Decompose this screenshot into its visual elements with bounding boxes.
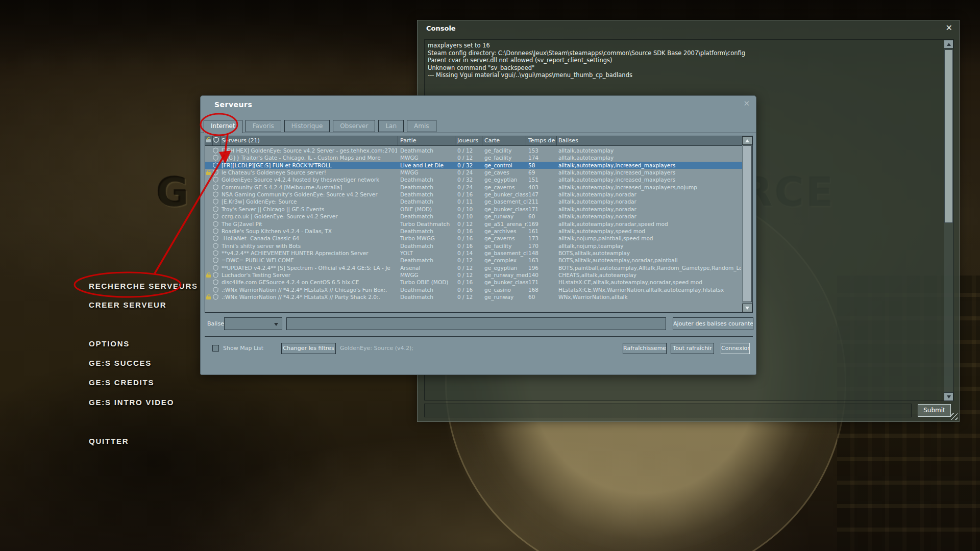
server-row[interactable]: -HollaNet- Canada Classic 64Turbo MWGG0 … bbox=[205, 235, 742, 242]
close-icon[interactable]: ✕ bbox=[743, 99, 750, 108]
server-row[interactable]: Luchador's Testing ServerMWGG0 / 12ge_ru… bbox=[205, 271, 742, 279]
column-header-time[interactable]: Temps de . bbox=[528, 136, 556, 145]
server-players: 0 / 14 bbox=[457, 249, 483, 257]
submit-button[interactable]: Submit bbox=[918, 404, 951, 417]
row-shield-cell bbox=[213, 257, 220, 264]
tab-internet[interactable]: Internet bbox=[204, 120, 242, 133]
server-row[interactable]: [FR][LCDLP][GE:S] FUN et ROCK'N'TROLLLiv… bbox=[205, 162, 742, 169]
server-browser-window: Serveurs ✕ InternetFavorisHistoriqueObse… bbox=[200, 95, 756, 375]
server-row[interactable]: { [G}} Traitor's Gate - Chicago, IL - Cu… bbox=[205, 154, 742, 161]
server-name: disc4life.com GESource 4.2.4 on CentOS 6… bbox=[222, 279, 397, 286]
server-tags: HLstatsX:CE,alltalk,autoteamplay,noradar… bbox=[558, 279, 741, 286]
shield-icon bbox=[213, 257, 218, 263]
menu-item-recherche-serveurs[interactable]: RECHERCHE SERVEURS bbox=[89, 282, 198, 290]
console-line: maxplayers set to 16 bbox=[428, 42, 941, 49]
server-time: 148 bbox=[528, 249, 556, 257]
menu-item-creer-serveur[interactable]: CREER SERVEUR bbox=[89, 300, 166, 309]
console-line: Unknown command "sv_backspeed" bbox=[428, 64, 941, 72]
server-row[interactable]: Community GE:S 4.2.4 [Melbourne:Australi… bbox=[205, 184, 742, 191]
server-tags: alltalk,autoteamplay,noradar bbox=[558, 191, 741, 198]
row-lock-cell bbox=[206, 191, 212, 198]
menu-item-options[interactable]: OPTIONS bbox=[89, 339, 130, 348]
row-lock-cell bbox=[206, 220, 212, 228]
refresh-button[interactable]: Rafraîchissemen.. bbox=[623, 343, 667, 354]
menu-item-quitter[interactable]: QUITTER bbox=[89, 437, 129, 445]
console-scrollbar[interactable] bbox=[944, 40, 953, 400]
show-map-list-checkbox[interactable] bbox=[212, 345, 219, 352]
column-separator bbox=[398, 136, 398, 145]
column-header-servers[interactable]: Serveurs (21) bbox=[222, 136, 397, 145]
server-row[interactable]: Tinni's shitty server with BotsDeathmatc… bbox=[205, 242, 742, 249]
tags-input[interactable] bbox=[286, 317, 666, 330]
server-row[interactable]: =DWC= PUBLIC WELCOMEDeathmatch0 / 12ge_c… bbox=[205, 257, 742, 264]
column-header-players[interactable]: Joueurs bbox=[457, 136, 483, 145]
server-time: 60 bbox=[528, 293, 556, 300]
server-name: { [G}} Traitor's Gate - Chicago, IL - Cu… bbox=[222, 154, 397, 161]
menu-item-ge-s-intro-video[interactable]: GE:S INTRO VIDEO bbox=[89, 398, 174, 407]
tab-favoris[interactable]: Favoris bbox=[246, 120, 281, 132]
server-row[interactable]: The G|2avel PitTurbo Deathmatch0 / 12ge_… bbox=[205, 220, 742, 228]
row-shield-cell bbox=[213, 176, 220, 183]
tab-amis[interactable]: Amis bbox=[407, 120, 436, 132]
console-command-input[interactable] bbox=[424, 404, 912, 417]
column-header-tags[interactable]: Balises bbox=[558, 136, 741, 145]
server-row[interactable]: [E.Kr3w] GoldenEye: SourceDeathmatch0 / … bbox=[205, 198, 742, 205]
server-time: 69 bbox=[528, 169, 556, 176]
server-row[interactable]: Troy's Server || Chicago || GE:S EventsO… bbox=[205, 206, 742, 213]
server-row[interactable]: .:WNx WarriorNation // *4.2.4* HLstatsX … bbox=[205, 286, 742, 293]
server-tags: BOTS,paintball,autoteamplay,Alltalk,Rand… bbox=[558, 264, 741, 271]
refresh-all-button[interactable]: Tout rafraîchir bbox=[671, 343, 714, 354]
server-players: 0 / 24 bbox=[457, 184, 483, 191]
server-row[interactable]: ccrg.co.uk | GoldenEye: Source v4.2 Serv… bbox=[205, 213, 742, 220]
scrollbar-thumb[interactable] bbox=[743, 145, 752, 302]
connect-button[interactable]: Connexion bbox=[721, 343, 750, 354]
add-common-tags-button[interactable]: Ajouter des balises courantes. bbox=[673, 317, 753, 330]
server-row[interactable]: le Chateau's Goldeneye Source server!MWG… bbox=[205, 169, 742, 176]
server-row[interactable]: [TEH HEX] GoldenEye: Source v4.2 Server … bbox=[205, 147, 742, 154]
tab-historique[interactable]: Historique bbox=[284, 120, 330, 132]
server-name: .:WNx WarriorNation // *4.2.4* HLstatsX … bbox=[222, 286, 397, 293]
server-time: 171 bbox=[528, 206, 556, 213]
row-lock-cell bbox=[206, 293, 212, 300]
resize-grip[interactable] bbox=[950, 413, 958, 420]
server-name: .:WNx WarriorNation // *4.2.4* HLstatsX … bbox=[222, 293, 397, 300]
shield-icon bbox=[213, 221, 218, 227]
scroll-up-button[interactable] bbox=[742, 136, 752, 145]
list-scrollbar[interactable] bbox=[742, 136, 752, 312]
scrollbar-thumb[interactable] bbox=[944, 49, 953, 223]
shield-icon bbox=[213, 287, 218, 293]
server-row[interactable]: **UPDATED v4.2.4** [S] Spectrum - Offici… bbox=[205, 264, 742, 271]
console-line: Steam config directory: C:\Donnees\Jeux\… bbox=[428, 49, 941, 57]
row-shield-cell bbox=[213, 184, 220, 191]
shield-icon bbox=[213, 162, 218, 168]
tags-dropdown[interactable] bbox=[224, 317, 282, 330]
shield-icon bbox=[213, 272, 218, 278]
lock-column-icon[interactable] bbox=[206, 136, 212, 145]
menu-item-ge-s-credits[interactable]: GE:S CREDITS bbox=[89, 378, 154, 387]
server-time: 171 bbox=[528, 279, 556, 286]
server-time: 168 bbox=[528, 286, 556, 293]
close-icon[interactable]: ✕ bbox=[946, 23, 952, 33]
server-map: ge_archives bbox=[484, 228, 528, 235]
column-header-game[interactable]: Partie bbox=[400, 136, 455, 145]
server-map: ge_a51_arena_r3 bbox=[484, 220, 528, 228]
scroll-down-button[interactable] bbox=[944, 392, 953, 401]
scroll-up-button[interactable] bbox=[944, 40, 953, 48]
server-row[interactable]: disc4life.com GESource 4.2.4 on CentOS 6… bbox=[205, 279, 742, 286]
server-row[interactable]: Roadie's Soup Kitchen v4.2.4 - Dallas, T… bbox=[205, 228, 742, 235]
column-header-map[interactable]: Carte bbox=[484, 136, 528, 145]
server-row[interactable]: GoldenEye: Source v4.2.4 hosted by thesw… bbox=[205, 176, 742, 183]
server-map: ge_facility bbox=[484, 242, 528, 249]
server-row[interactable]: .:WNx WarriorNation // *4.2.4* HLstatsX … bbox=[205, 293, 742, 300]
server-tags: alltalk,autoteamplay,noradar bbox=[558, 213, 741, 220]
server-row[interactable]: NSA Gaming Community's GoldenEye: Source… bbox=[205, 191, 742, 198]
menu-item-ge-s-succes[interactable]: GE:S SUCCES bbox=[89, 359, 152, 367]
server-row[interactable]: **v4.2.4** ACHIEVEMENT HUNTER Appreciati… bbox=[205, 249, 742, 257]
server-tags: WNx,WarriorNation,alltalk bbox=[558, 293, 741, 300]
scroll-down-button[interactable] bbox=[742, 304, 752, 312]
change-filters-button[interactable]: Changer les filtres bbox=[281, 343, 336, 354]
tab-lan[interactable]: Lan bbox=[378, 120, 404, 132]
tab-observer[interactable]: Observer bbox=[333, 120, 375, 132]
row-lock-cell bbox=[206, 279, 212, 286]
row-shield-cell bbox=[213, 271, 220, 279]
